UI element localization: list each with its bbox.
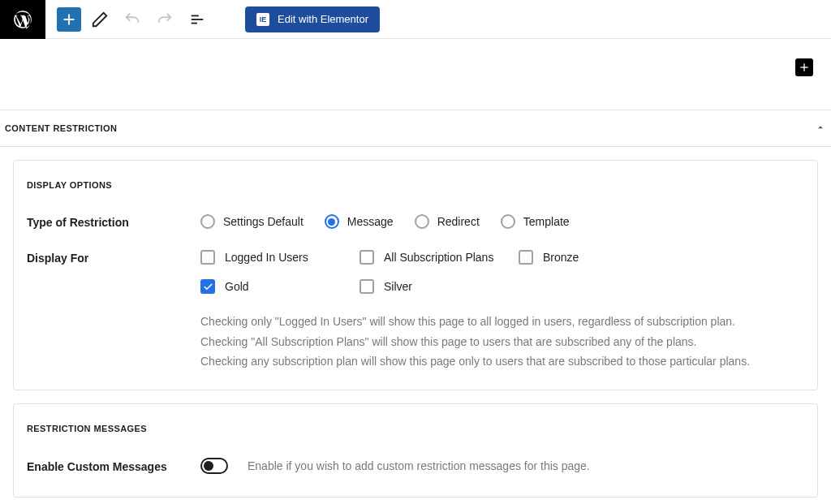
redo-button[interactable] <box>151 6 179 33</box>
radio-label: Template <box>523 215 570 228</box>
radio-icon <box>200 214 215 229</box>
add-block-button[interactable] <box>57 7 81 32</box>
checkbox-icon <box>360 250 374 265</box>
checkbox-label: Logged In Users <box>225 251 308 264</box>
edit-mode-button[interactable] <box>86 6 114 33</box>
list-icon <box>188 11 206 28</box>
content-restriction-panel-body: DISPLAY OPTIONS Type of Restriction Sett… <box>0 147 831 504</box>
restriction-type-radio-group: Settings Default Message Redirect Templa… <box>200 214 804 229</box>
checkbox-icon <box>519 250 533 265</box>
wordpress-icon <box>12 9 33 30</box>
plus-icon <box>60 11 78 28</box>
radio-label: Settings Default <box>223 215 304 228</box>
radio-settings-default[interactable]: Settings Default <box>200 214 304 229</box>
radio-redirect[interactable]: Redirect <box>415 214 480 229</box>
checkbox-bronze[interactable]: Bronze <box>519 250 678 265</box>
insert-block-button[interactable] <box>795 58 813 76</box>
plus-icon <box>798 61 811 74</box>
enable-custom-messages-toggle[interactable] <box>200 458 228 474</box>
undo-icon <box>123 11 141 28</box>
help-line-3: Checking any subscription plan will show… <box>200 351 804 372</box>
radio-label: Redirect <box>437 215 480 228</box>
help-line-1: Checking only "Logged In Users" will sho… <box>200 312 804 332</box>
enable-custom-messages-desc: Enable if you wish to add custom restric… <box>248 459 590 472</box>
undo-button[interactable] <box>118 6 146 33</box>
radio-message[interactable]: Message <box>325 214 394 229</box>
restriction-messages-card: RESTRICTION MESSAGES Enable Custom Messa… <box>13 403 818 498</box>
checkbox-icon <box>200 250 215 265</box>
enable-custom-messages-label: Enable Custom Messages <box>27 459 200 473</box>
display-for-label: Display For <box>27 250 200 265</box>
toolbar-actions: IE Edit with Elementor <box>45 6 380 33</box>
wp-logo[interactable] <box>0 0 45 39</box>
checkbox-silver[interactable]: Silver <box>360 279 519 294</box>
redo-icon <box>156 11 174 28</box>
editor-toolbar: IE Edit with Elementor <box>0 0 831 39</box>
checkbox-label: Silver <box>384 280 412 293</box>
checkbox-label: Gold <box>225 280 249 293</box>
display-for-content: Logged In Users All Subscription Plans B… <box>200 250 804 372</box>
type-of-restriction-label: Type of Restriction <box>27 214 200 229</box>
checkbox-icon <box>200 279 215 294</box>
document-overview-button[interactable] <box>183 6 211 33</box>
radio-icon <box>325 214 339 229</box>
card-title: DISPLAY OPTIONS <box>27 180 804 190</box>
checkbox-label: Bronze <box>543 251 579 264</box>
type-of-restriction-row: Type of Restriction Settings Default Mes… <box>27 214 804 229</box>
enable-custom-messages-row: Enable Custom Messages Enable if you wis… <box>27 458 804 474</box>
checkbox-label: All Subscription Plans <box>384 251 493 264</box>
help-line-2: Checking "All Subscription Plans" will s… <box>200 332 804 352</box>
elementor-icon: IE <box>256 13 269 26</box>
display-for-checkboxes: Logged In Users All Subscription Plans B… <box>200 250 804 294</box>
editor-canvas <box>0 39 831 110</box>
checkbox-icon <box>360 279 374 294</box>
content-restriction-panel-header[interactable]: CONTENT RESTRICTION <box>0 110 831 147</box>
radio-template[interactable]: Template <box>501 214 570 229</box>
panel-title: CONTENT RESTRICTION <box>5 123 117 133</box>
card-title: RESTRICTION MESSAGES <box>27 424 804 433</box>
radio-label: Message <box>347 215 394 228</box>
check-icon <box>203 282 213 292</box>
display-for-row: Display For Logged In Users All Subscrip… <box>27 250 804 372</box>
radio-icon <box>501 214 515 229</box>
collapse-toggle[interactable] <box>815 122 826 135</box>
radio-icon <box>415 214 429 229</box>
elementor-label: Edit with Elementor <box>278 13 368 25</box>
display-for-help: Checking only "Logged In Users" will sho… <box>200 312 804 372</box>
chevron-up-icon <box>815 122 826 133</box>
checkbox-logged-in-users[interactable]: Logged In Users <box>200 250 360 265</box>
checkbox-all-subscription-plans[interactable]: All Subscription Plans <box>360 250 519 265</box>
edit-elementor-button[interactable]: IE Edit with Elementor <box>245 6 380 32</box>
display-options-card: DISPLAY OPTIONS Type of Restriction Sett… <box>13 160 818 390</box>
pencil-icon <box>91 11 109 28</box>
checkbox-gold[interactable]: Gold <box>200 279 360 294</box>
